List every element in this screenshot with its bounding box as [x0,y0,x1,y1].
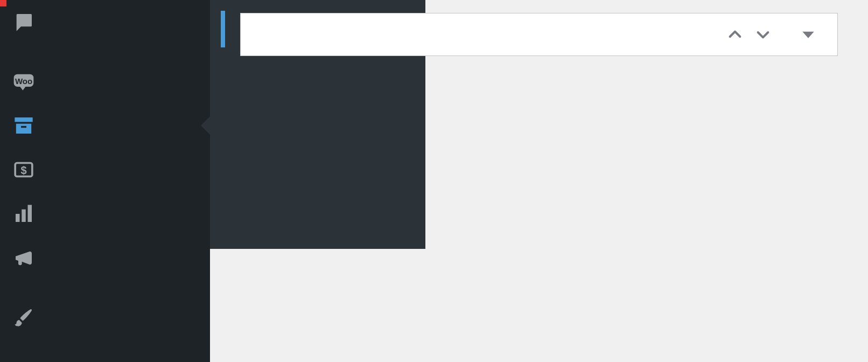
sidebar-item-woocommerce[interactable]: Woo [0,59,210,103]
woo-icon: Woo [12,69,36,93]
svg-rect-3 [16,124,31,134]
archive-icon [12,114,36,137]
admin-sidebar: Woo $ [0,0,210,362]
sidebar-item-analytics[interactable] [0,192,210,236]
panel-move-up-button[interactable] [722,22,748,47]
comment-icon [12,10,36,34]
svg-rect-7 [16,214,20,222]
svg-rect-4 [21,126,26,128]
svg-rect-9 [28,205,32,222]
panel-move-down-button[interactable] [750,22,776,47]
content-area [210,0,868,362]
activity-panel [240,13,838,56]
svg-rect-2 [15,117,32,122]
bar-chart-icon [12,202,36,226]
svg-text:Woo: Woo [15,76,32,86]
flyout-arrow-icon [201,116,211,135]
sidebar-item-marketing[interactable] [0,236,210,280]
sidebar-item-products[interactable] [0,103,210,148]
svg-rect-8 [22,210,26,222]
panel-toggle-button[interactable] [795,22,821,47]
brush-icon [12,305,36,329]
svg-text:$: $ [20,164,26,176]
dollar-icon: $ [12,158,36,182]
sidebar-item-payments[interactable]: $ [0,148,210,192]
megaphone-icon [12,246,36,270]
sidebar-item-comments[interactable] [0,0,210,44]
sidebar-item-appearance[interactable] [0,295,210,339]
